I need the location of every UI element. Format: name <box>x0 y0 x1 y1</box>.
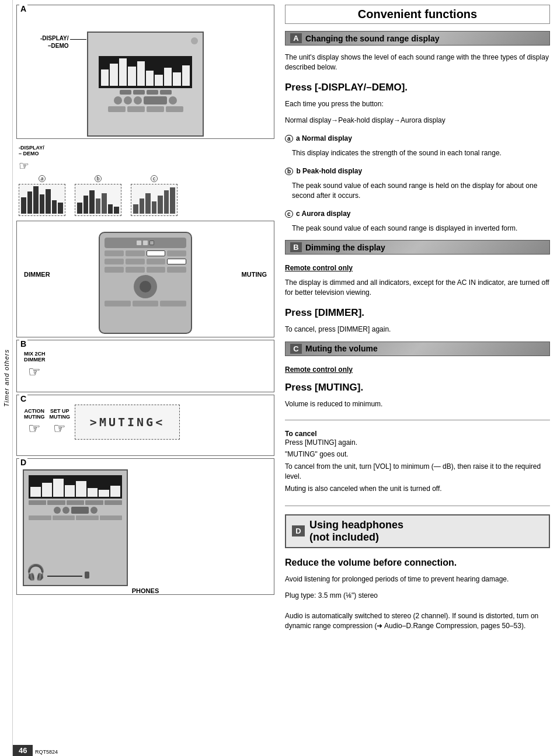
action-muting-label: ACTION MUTING <box>24 408 45 420</box>
mode-c: c <box>131 175 177 216</box>
section-d-header: D Using headphones(not included) <box>285 514 550 548</box>
section-a-letter: A <box>290 33 302 43</box>
section-b-letter: B <box>290 242 302 252</box>
section-b-press: Press [DIMMER]. <box>285 307 550 319</box>
section-a-intro: The unit's display shows the level of ea… <box>285 53 550 72</box>
section-c-header: C Muting the volume <box>285 342 550 356</box>
mix-2ch-dimmer-label: MIX 2CH DIMMER <box>24 351 46 363</box>
section-b-description: The display is dimmed and all indicators… <box>285 278 550 298</box>
mode-a: a <box>19 175 65 216</box>
display-demo-label: -DISPLAY/ –DEMO <box>40 34 69 50</box>
hand-icon-c1: ☞ <box>28 420 41 437</box>
display-modes-section: -DISPLAY/– DEMO ☞ a b <box>13 141 278 218</box>
section-d-label: D <box>19 458 27 466</box>
section-c-label: C <box>19 395 27 403</box>
section-b-cancel: To cancel, press [DIMMER] again. <box>285 325 550 335</box>
cancel-line-4: Muting is also canceled when the unit is… <box>285 484 550 494</box>
section-b-small-box: B MIX 2CH DIMMER ☞ <box>16 340 274 392</box>
sidebar-label-text: Timer and others <box>3 349 10 407</box>
section-a-flow: Normal display→Peak-hold display→Aurora … <box>285 116 550 126</box>
cancel-line-1: Press [MUTING] again. <box>285 438 550 448</box>
section-c-box: C ACTION MUTING ☞ SET UP MUTING ☞ > MUTI… <box>16 395 274 456</box>
muting-display: > MUTING < <box>75 405 180 440</box>
section-c-letter: C <box>290 344 302 354</box>
divider-2 <box>285 506 550 506</box>
section-a-header: A Changing the sound range display <box>285 31 550 46</box>
hand-icon-b: ☞ <box>28 364 41 380</box>
mode-b: b <box>75 175 121 216</box>
cancel-section: To cancel Press [MUTING] again. "MUTING"… <box>285 430 550 496</box>
rqt-code: RQT5824 <box>35 749 58 755</box>
section-a-box: A -DISPLAY/ –DEMO <box>16 5 274 139</box>
left-panel: A -DISPLAY/ –DEMO <box>13 0 278 756</box>
section-c-title: Muting the volume <box>305 344 378 353</box>
dimmer-muting-section: DIMMER MUTING <box>16 221 274 337</box>
section-a-press: Press [-DISPLAY/–DEMO]. <box>285 82 550 93</box>
muting-right-label: MUTING <box>242 271 267 278</box>
headphones-device-illustration: 🎧 <box>23 469 128 586</box>
divider-1 <box>285 420 550 420</box>
section-b-label: B <box>19 340 27 348</box>
section-b-header: B Dimming the display <box>285 240 550 255</box>
section-d-letter: D <box>292 525 305 536</box>
cancel-line-3: To cancel from the unit, turn [VOL] to m… <box>285 462 550 482</box>
cancel-line-2: "MUTING" goes out. <box>285 450 550 459</box>
section-d-box: D <box>16 458 274 595</box>
right-panel: Convenient functions A Changing the soun… <box>278 0 557 756</box>
avoid-text: Avoid listening for prolonged periods of… <box>285 574 550 584</box>
page-title: Convenient functions <box>285 5 550 24</box>
dimmer-label: DIMMER <box>24 271 50 278</box>
normal-display-label: a a Normal display <box>285 134 550 142</box>
section-a-press-sub: Each time you press the button: <box>285 99 550 109</box>
sidebar-label: Timer and others <box>0 0 13 756</box>
audio-note: Audio is automatically switched to stere… <box>285 611 550 631</box>
section-c-remote-only: Remote control only <box>285 365 550 374</box>
section-b-remote-only: Remote control only <box>285 264 550 272</box>
aurora-label: c c Aurora display <box>285 210 550 218</box>
peak-hold-label: b b Peak-hold display <box>285 167 550 175</box>
section-a-title: Changing the sound range display <box>305 34 439 43</box>
remote-illustration <box>99 232 192 334</box>
page-number: 46 <box>13 745 33 756</box>
normal-display-text: This display indicates the strength of t… <box>285 148 550 158</box>
section-c-press: Press [MUTING]. <box>285 382 550 393</box>
section-b-title: Dimming the display <box>305 243 385 252</box>
phones-label: PHONES <box>17 587 274 594</box>
section-c-description: Volume is reduced to minimum. <box>285 399 550 409</box>
to-cancel-label: To cancel <box>285 430 550 438</box>
aurora-text: The peak sound value of each sound range… <box>285 224 550 234</box>
reduce-vol: Reduce the volume before connection. <box>285 558 550 568</box>
headphones-icon: 🎧 <box>26 563 45 581</box>
peak-hold-text: The peak sound value of each sound range… <box>285 181 550 201</box>
section-d-title: Using headphones(not included) <box>309 519 403 544</box>
hand-icon-c2: ☞ <box>53 420 66 437</box>
set-up-muting-label: SET UP MUTING <box>50 408 71 420</box>
device-a-illustration <box>87 32 204 137</box>
plug-type: Plug type: 3.5 mm (⅛") stereo <box>285 591 550 601</box>
